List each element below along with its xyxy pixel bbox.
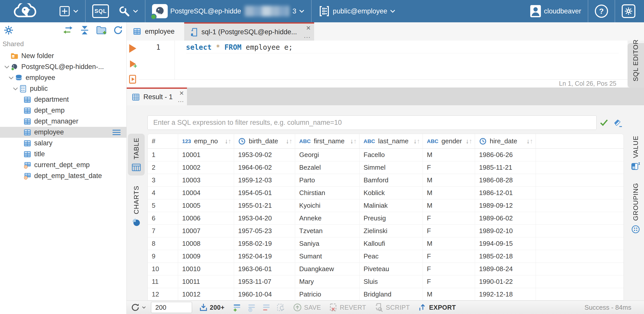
sql-code[interactable]: select * FROM employee e;: [175, 41, 628, 79]
data-cell[interactable]: 1985-11-21: [475, 161, 536, 174]
app-logo[interactable]: [0, 0, 52, 22]
filter-input[interactable]: [147, 115, 597, 130]
tab-table-view[interactable]: TABLE: [128, 134, 145, 176]
tab-menu-icon[interactable]: ···: [304, 34, 311, 40]
data-cell[interactable]: 1963-06-01: [234, 263, 295, 275]
data-cell[interactable]: 1959-12-03: [234, 174, 295, 186]
tree-item-public[interactable]: public: [0, 83, 126, 94]
row-number-cell[interactable]: 9: [148, 250, 178, 263]
data-cell[interactable]: 10012: [178, 288, 234, 301]
data-cell[interactable]: 10005: [178, 199, 234, 212]
data-cell[interactable]: Peac: [359, 250, 423, 263]
data-cell[interactable]: Georgi: [295, 149, 359, 161]
execute-new-tab-icon[interactable]: +: [130, 60, 136, 67]
data-cell[interactable]: 1986-06-26: [475, 149, 536, 161]
expand-chevron-slot[interactable]: [12, 87, 19, 91]
data-cell[interactable]: Sluis: [359, 275, 423, 288]
tab-charts-view[interactable]: CHARTS: [128, 182, 145, 230]
data-cell[interactable]: Tzvetan: [295, 225, 359, 237]
sql-editor-body[interactable]: 1 select * FROM employee e; Ln 1, Col 26…: [139, 41, 628, 88]
clear-filter-icon[interactable]: [613, 118, 623, 129]
tree-item-dept-emp[interactable]: dept_emp: [0, 105, 126, 116]
data-cell[interactable]: 10004: [178, 187, 234, 199]
data-cell[interactable]: 1958-02-19: [234, 237, 295, 250]
tree-item-postgresql-ep-hidden-[interactable]: PostgreSQL@ep-hidden-...: [0, 61, 126, 72]
row-number-cell[interactable]: 7: [148, 225, 178, 237]
data-cell[interactable]: 1954-05-01: [234, 187, 295, 199]
tab-menu-icon[interactable]: ···: [178, 98, 184, 105]
driver-tools-button[interactable]: [116, 0, 145, 22]
data-cell[interactable]: 1953-11-07: [234, 275, 295, 288]
execute-query-icon[interactable]: [129, 44, 136, 53]
help-button[interactable]: ?: [588, 0, 615, 22]
row-number-cell[interactable]: 1: [148, 149, 178, 161]
tree-item-title[interactable]: title: [0, 149, 126, 160]
item-actions-menu-icon[interactable]: [112, 129, 121, 135]
row-number-cell[interactable]: 11: [148, 275, 178, 288]
data-cell[interactable]: 1960-10-04: [234, 288, 295, 301]
data-cell[interactable]: 1992-12-18: [475, 288, 536, 301]
row-number-cell[interactable]: 5: [148, 199, 178, 212]
data-cell[interactable]: F: [423, 250, 475, 263]
data-cell[interactable]: F: [423, 161, 475, 174]
data-cell[interactable]: Koblick: [359, 187, 423, 199]
expand-chevron-slot[interactable]: [7, 76, 15, 80]
data-cell[interactable]: F: [423, 225, 475, 237]
navigator-settings-gear-icon[interactable]: [4, 25, 14, 35]
data-cell[interactable]: Kalloufi: [359, 237, 423, 250]
tree-item-employee[interactable]: employee: [0, 72, 126, 83]
data-cell[interactable]: Zielinski: [359, 225, 423, 237]
row-number-cell[interactable]: 10: [148, 263, 178, 275]
revert-button[interactable]: REVERT: [329, 303, 366, 312]
collapse-all-icon[interactable]: [80, 26, 89, 35]
data-cell[interactable]: M: [423, 288, 475, 301]
data-cell[interactable]: Mary: [295, 275, 359, 288]
data-cell[interactable]: 10003: [178, 174, 234, 186]
row-number-cell[interactable]: 4: [148, 187, 178, 199]
sort-arrows-icon[interactable]: ↓↑: [466, 137, 475, 145]
tab-sql-1[interactable]: sql-1 (PostgreSQL@ep-hidde... × ···: [184, 22, 314, 41]
row-number-cell[interactable]: 2: [148, 161, 178, 174]
data-cell[interactable]: Preusig: [359, 212, 423, 224]
new-folder-icon[interactable]: [96, 26, 107, 35]
data-cell[interactable]: F: [423, 212, 475, 224]
apply-filter-icon[interactable]: [599, 118, 609, 128]
data-cell[interactable]: Bridgland: [359, 288, 423, 301]
data-cell[interactable]: Patricio: [295, 288, 359, 301]
row-number-cell[interactable]: 12: [148, 288, 178, 301]
tree-item-employee[interactable]: employee: [0, 127, 126, 138]
data-cell[interactable]: Saniya: [295, 237, 359, 250]
refresh-icon[interactable]: [113, 25, 123, 35]
data-cell[interactable]: 1953-09-02: [234, 149, 295, 161]
duplicate-row-button[interactable]: [247, 303, 256, 312]
sort-arrows-icon[interactable]: ↓↑: [350, 137, 359, 145]
data-cell[interactable]: 10001: [178, 149, 234, 161]
script-button[interactable]: SCRIPT: [375, 303, 410, 312]
data-cell[interactable]: Kyoichi: [295, 199, 359, 212]
tab-employee[interactable]: employee: [127, 22, 184, 41]
column-header-gender[interactable]: ABCgender↓↑: [423, 134, 475, 148]
data-cell[interactable]: 10002: [178, 161, 234, 174]
data-cell[interactable]: Chirstian: [295, 187, 359, 199]
data-cell[interactable]: 10009: [178, 250, 234, 263]
expand-chevron-slot[interactable]: [3, 65, 11, 69]
data-cell[interactable]: 1964-06-02: [234, 161, 295, 174]
data-cell[interactable]: 1986-08-28: [475, 174, 536, 186]
data-cell[interactable]: 1989-09-12: [475, 199, 536, 212]
tree-item-salary[interactable]: salary: [0, 138, 126, 149]
data-cell[interactable]: Sumant: [295, 250, 359, 263]
data-cell[interactable]: 1990-01-22: [475, 275, 536, 288]
data-cell[interactable]: 1986-12-01: [475, 187, 536, 199]
delete-row-button[interactable]: [261, 303, 271, 312]
add-row-button[interactable]: [232, 303, 241, 312]
sort-arrows-icon[interactable]: ↓↑: [225, 137, 234, 145]
data-cell[interactable]: F: [423, 275, 475, 288]
column-header-last_name[interactable]: ABClast_name↓↑: [359, 134, 423, 148]
connection-selector[interactable]: PostgreSQL@ep-hidde 3: [145, 0, 311, 22]
tree-item-current-dept-emp[interactable]: current_dept_emp: [0, 160, 126, 170]
data-cell[interactable]: 1989-02-10: [475, 225, 536, 237]
sort-arrows-icon[interactable]: ↓↑: [413, 137, 423, 145]
sql-editor-button[interactable]: SQL: [86, 0, 116, 22]
data-cell[interactable]: 10010: [178, 263, 234, 275]
user-menu[interactable]: cloudbeaver: [523, 0, 588, 22]
